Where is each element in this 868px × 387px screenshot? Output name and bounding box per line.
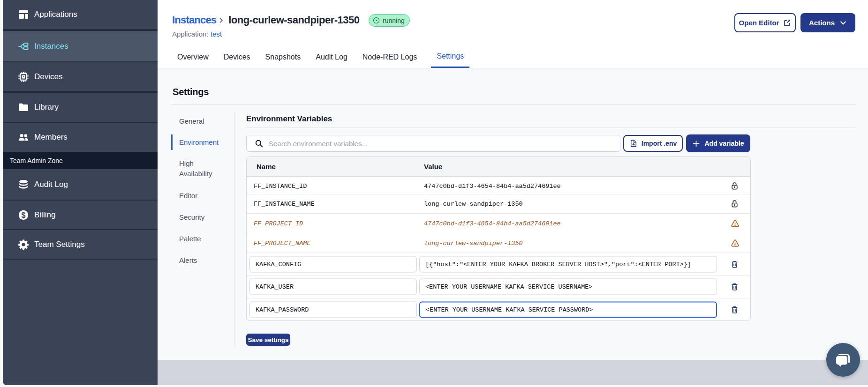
svg-text:$: $ [22, 211, 26, 219]
